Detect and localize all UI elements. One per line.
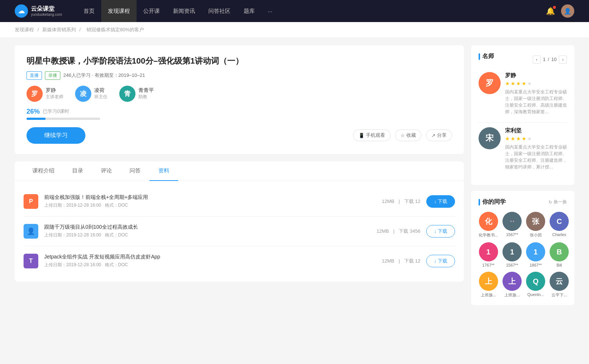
classmates-header: 你的同学 ↻ 换一换 — [479, 198, 567, 206]
download-button-0[interactable]: ↓ 下载 — [426, 195, 455, 208]
resource-stats-0: 12MB | 下载 12 — [382, 198, 420, 205]
refresh-button[interactable]: ↻ 换一换 — [549, 199, 567, 205]
classmate-avatar-8[interactable]: 上 — [479, 272, 498, 291]
teacher-item-2: 青 青青平 助教 — [119, 86, 154, 102]
tab-resources[interactable]: 资料 — [149, 161, 178, 181]
classmate-avatar-9[interactable]: 上 — [502, 272, 522, 291]
logo[interactable]: ☁ 云朵课堂 yunduoketang.com — [15, 4, 62, 18]
teacher-info-1: 凌荷 班主任 — [94, 87, 107, 100]
logo-icon: ☁ — [15, 4, 28, 18]
tab-comments[interactable]: 评论 — [92, 161, 121, 181]
breadcrumb: 发现课程 / 新媒体营销系列 / 销冠修炼术搞定80%的客户 — [0, 22, 589, 38]
teachers-sidebar-title: 名师 — [479, 53, 494, 60]
teachers-pagination: ‹ 1 / 10 › — [533, 56, 567, 64]
classmate-avatar-7[interactable]: B — [550, 242, 569, 261]
classmate-name-3: Charles — [552, 232, 566, 237]
classmate-avatar-0[interactable]: 化 — [479, 212, 498, 231]
refresh-icon: ↻ — [549, 200, 552, 205]
teacher-name-1: 凌荷 — [94, 87, 107, 94]
resource-stats-1: 12MB | 下载 3456 — [377, 228, 420, 235]
classmate-5: 1 1567** — [502, 242, 522, 267]
resource-icon-0: P — [24, 194, 38, 209]
teacher-avatar-0: 罗 — [27, 86, 43, 102]
sidebar-teacher-1: 宋 宋利坚 ★★★★★ 国内某重点大学安全工程专业硕士，国家一级注册消防工程师、… — [479, 127, 567, 170]
classmate-name-5: 1567** — [506, 263, 518, 267]
teacher-role-2: 助教 — [138, 94, 154, 100]
star-icon: ☆ — [401, 133, 405, 138]
collect-button[interactable]: ☆ 收藏 — [395, 129, 422, 141]
download-button-1[interactable]: ↓ 下载 — [426, 225, 455, 238]
classmate-name-1: 1567** — [506, 232, 518, 237]
resource-item-2: T Jetpack全组件实战 开发短视频应用高仿皮皮虾App 上传日期：2019… — [24, 246, 455, 276]
classmates-title: 你的同学 — [479, 198, 506, 206]
resource-meta-0: 上传日期：2019-12-28 16:00 格式：DOC — [44, 202, 376, 208]
sidebar-teacher-0: 罗 罗静 ★★★★★ 国内某重点大学安全工程专业硕士，国家一级注册消防工程师、注… — [479, 72, 567, 115]
course-students: 246人已学习 · 有效期至：2019–10–21 — [63, 72, 145, 79]
mobile-watch-button[interactable]: 📱 手机观看 — [353, 129, 391, 141]
nav-item-discover[interactable]: 发现课程 — [101, 0, 137, 22]
classmate-avatar-5[interactable]: 1 — [502, 242, 522, 261]
progress-section: 26% 已学习0课时 — [27, 108, 452, 120]
nav-item-quiz[interactable]: 题库 — [237, 0, 261, 22]
sidebar-teacher-name-0: 罗静 — [505, 72, 567, 79]
tab-intro[interactable]: 课程介绍 — [24, 161, 63, 181]
classmate-name-9: 上班族... — [504, 292, 520, 298]
sidebar-teacher-avatar-1: 宋 — [479, 127, 501, 149]
resource-info-2: Jetpack全组件实战 开发短视频应用高仿皮皮虾App 上传日期：2019-1… — [44, 254, 376, 268]
download-button-2[interactable]: ↓ 下载 — [426, 255, 455, 267]
teacher-avatar-2: 青 — [119, 86, 135, 102]
classmate-10: Q Quentn... — [526, 272, 545, 298]
resource-info-1: 跟随千万级项目从0到100全过程高效成长 上传日期：2019-12-28 16:… — [44, 224, 371, 238]
nav-item-qa[interactable]: 问答社区 — [202, 0, 237, 22]
notification-dot — [553, 6, 556, 9]
classmate-name-11: 云平下... — [551, 292, 567, 298]
classmate-11: 云 云平下... — [550, 272, 569, 298]
classmate-avatar-10[interactable]: Q — [526, 272, 545, 291]
teacher-item-1: 凌 凌荷 班主任 — [75, 86, 107, 102]
nav-item-home[interactable]: 首页 — [77, 0, 101, 22]
share-button[interactable]: ↗ 分享 — [426, 129, 452, 141]
nav-item-more[interactable]: ··· — [261, 0, 279, 22]
next-page-button[interactable]: › — [559, 56, 567, 64]
nav-right: 🔔 👤 — [546, 4, 574, 18]
sidebar-teacher-info-1: 宋利坚 ★★★★★ 国内某重点大学安全工程专业硕士，国家一级注册消防工程师、注册… — [505, 127, 567, 170]
nav-item-public[interactable]: 公开课 — [137, 0, 166, 22]
resource-meta-1: 上传日期：2019-12-28 16:00 格式：DOC — [44, 232, 371, 238]
tabs-header: 课程介绍 目录 评论 问答 资料 — [15, 161, 464, 181]
page-total: 10 — [551, 57, 557, 62]
classmate-avatar-6[interactable]: 1 — [526, 242, 545, 261]
course-teachers: 罗 罗静 主讲老师 凌 凌荷 班主任 青 青青平 — [27, 86, 452, 102]
notification-bell[interactable]: 🔔 — [546, 7, 555, 15]
teacher-role-1: 班主任 — [94, 94, 107, 100]
sidebar-teacher-stars-1: ★★★★★ — [505, 136, 567, 142]
classmate-avatar-2[interactable]: 张 — [526, 212, 545, 231]
resource-icon-2: T — [24, 254, 38, 268]
sidebar-teacher-stars-0: ★★★★★ — [505, 81, 567, 86]
nav-item-news[interactable]: 新闻资讯 — [166, 0, 202, 22]
user-avatar[interactable]: 👤 — [561, 4, 574, 18]
classmate-6: 1 1867** — [526, 242, 545, 267]
classmate-avatar-3[interactable]: C — [550, 212, 569, 231]
continue-study-button[interactable]: 继续学习 — [27, 127, 85, 144]
teachers-sidebar-card: 名师 ‹ 1 / 10 › 罗 罗静 ★★★★★ 国内某重点 — [471, 45, 574, 185]
prev-page-button[interactable]: ‹ — [533, 56, 541, 64]
course-title: 明星中教授课，小学阶段语法100分–强化级第1讲动词（一） — [27, 56, 452, 67]
classmate-avatar-4[interactable]: 1 — [479, 242, 498, 261]
classmate-avatar-11[interactable]: 云 — [550, 272, 569, 291]
tab-catalog[interactable]: 目录 — [63, 161, 92, 181]
classmate-2: 张 张小田 — [526, 212, 545, 238]
resource-item-1: 👤 跟随千万级项目从0到100全过程高效成长 上传日期：2019-12-28 1… — [24, 217, 455, 246]
breadcrumb-link-discover[interactable]: 发现课程 — [15, 27, 34, 32]
progress-label: 26% 已学习0课时 — [27, 108, 452, 115]
tabs-content: P 前端全栈加强版！前端全栈+全周期+多端应用 上传日期：2019-12-28 … — [15, 181, 464, 282]
sidebar-teacher-desc-0: 国内某重点大学安全工程专业硕士，国家一级注册消防工程师、注册安全工程师、高级注册… — [505, 89, 567, 115]
navbar: ☁ 云朵课堂 yunduoketang.com 首页 发现课程 公开课 新闻资讯… — [0, 0, 589, 22]
classmate-1: 👓 1567** — [502, 212, 522, 238]
resource-icon-1: 👤 — [24, 224, 38, 239]
progress-bar-bg — [27, 118, 100, 120]
breadcrumb-link-series[interactable]: 新媒体营销系列 — [42, 27, 76, 32]
breadcrumb-sep-2: / — [79, 27, 82, 32]
sidebar-teacher-desc-1: 国内某重点大学安全工程专业硕士，国家一级注册消防工程师、注册安全工程师、注册建造… — [505, 144, 567, 170]
tab-qa[interactable]: 问答 — [121, 161, 149, 181]
classmate-avatar-1[interactable]: 👓 — [502, 212, 522, 231]
